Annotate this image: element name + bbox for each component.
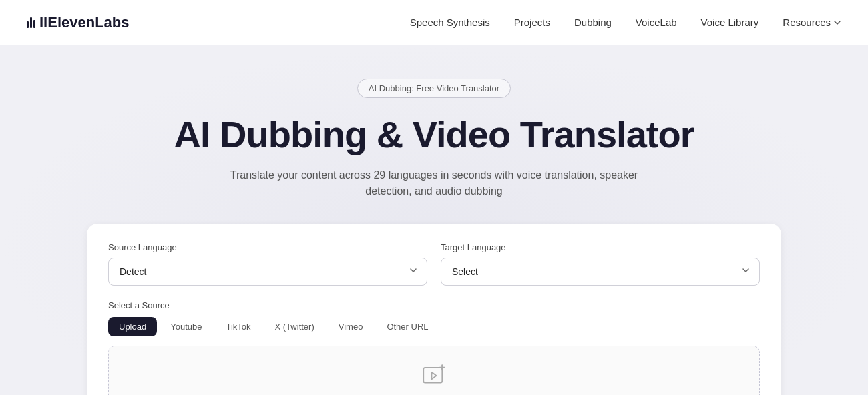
source-language-select-wrapper: Detect: [108, 258, 427, 286]
target-language-select-wrapper: Select: [441, 258, 760, 286]
nav-resources-label: Resources: [783, 17, 831, 28]
logo-text: IIElevenLabs: [39, 14, 130, 31]
nav-resources[interactable]: Resources: [783, 17, 841, 28]
source-language-group: Source Language Detect: [108, 242, 427, 286]
tab-youtube[interactable]: Youtube: [160, 317, 212, 336]
logo-icon: [27, 17, 35, 28]
nav-projects[interactable]: Projects: [514, 17, 550, 28]
hero-badge: AI Dubbing: Free Video Translator: [357, 79, 511, 98]
upload-area[interactable]: [108, 346, 760, 395]
upload-icon-wrapper: [420, 362, 448, 390]
target-language-select[interactable]: Select: [441, 258, 760, 286]
source-language-select[interactable]: Detect: [108, 258, 427, 286]
dubbing-card: Source Language Detect Target Language: [87, 224, 781, 395]
hero-subtitle: Translate your content across 29 languag…: [214, 167, 654, 200]
tab-vimeo[interactable]: Vimeo: [328, 317, 374, 336]
nav-voice-library[interactable]: Voice Library: [701, 17, 759, 28]
tab-other-url[interactable]: Other URL: [376, 317, 439, 336]
nav-speech-synthesis[interactable]: Speech Synthesis: [410, 17, 490, 28]
hero-title: AI Dubbing & Video Translator: [174, 114, 694, 155]
nav-dubbing[interactable]: Dubbing: [574, 17, 612, 28]
main-content: AI Dubbing: Free Video Translator AI Dub…: [0, 45, 868, 395]
logo[interactable]: IIElevenLabs: [27, 14, 130, 31]
nav-voicelab[interactable]: VoiceLab: [636, 17, 677, 28]
target-language-label: Target Language: [441, 242, 760, 252]
tab-tiktok[interactable]: TikTok: [215, 317, 261, 336]
target-language-group: Target Language Select: [441, 242, 760, 286]
main-nav: Speech Synthesis Projects Dubbing VoiceL…: [410, 17, 841, 28]
tab-x-twitter[interactable]: X (Twitter): [264, 317, 325, 336]
language-row: Source Language Detect Target Language: [108, 242, 760, 286]
chevron-down-icon: [833, 19, 841, 27]
source-label: Select a Source: [108, 300, 760, 310]
source-tabs: Upload Youtube TikTok X (Twitter) Vimeo …: [108, 317, 760, 336]
source-language-label: Source Language: [108, 242, 427, 252]
tab-upload[interactable]: Upload: [108, 317, 157, 336]
svg-rect-0: [423, 367, 442, 382]
header: IIElevenLabs Speech Synthesis Projects D…: [0, 0, 868, 45]
source-section: Select a Source Upload Youtube TikTok X …: [108, 300, 760, 395]
upload-video-icon: [420, 362, 448, 390]
